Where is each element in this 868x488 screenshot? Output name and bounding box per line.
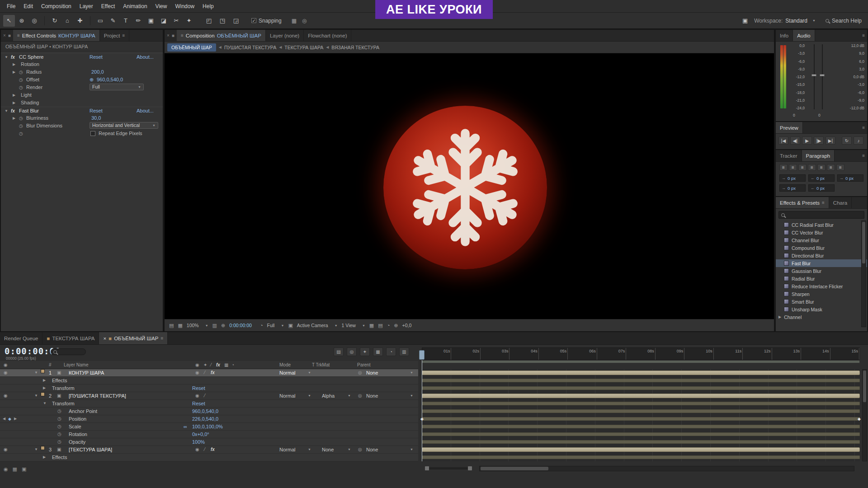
property-row-blurriness[interactable]: ▶ ◷ Blurriness 30,0 [1, 114, 163, 122]
draft-3d-icon[interactable]: ◎ [347, 347, 357, 356]
first-line-indent-field[interactable]: →0 px [837, 174, 863, 182]
always-preview-icon[interactable]: ▤ [169, 323, 174, 328]
layer-name[interactable]: [ПУШИСТАЯ ТЕКСТУРА] [69, 392, 126, 399]
layer-color-swatch[interactable] [41, 446, 45, 450]
tab-flowchart[interactable]: Flowchart (none) [304, 30, 351, 41]
parent-column-header[interactable]: Parent [357, 361, 370, 369]
play-button[interactable]: ▶ [802, 136, 812, 145]
property-row-render[interactable]: ◷ Render Full ▼ [1, 84, 163, 91]
graph-editor-icon[interactable]: ▥ [399, 347, 409, 356]
puppet-pin-tool[interactable]: ✦ [183, 15, 195, 27]
group-row-transform-2[interactable]: ▼ Transform Reset [0, 400, 868, 408]
stopwatch-icon[interactable]: ◷ [57, 408, 61, 415]
property-row-anchor-point[interactable]: ◷ Anchor Point 960,0,540,0 [0, 408, 868, 415]
menu-file[interactable]: File [3, 3, 19, 9]
mask-visibility-icon[interactable]: ▦ [292, 18, 297, 24]
about-link[interactable]: About... [137, 53, 154, 61]
viewport-timecode[interactable]: 0:00:00:00 [229, 323, 252, 328]
link-icon[interactable]: ∞ [184, 423, 187, 430]
tab-render-queue[interactable]: Render Queue [0, 332, 42, 344]
twirl-icon[interactable]: ▶ [13, 91, 15, 99]
panel-menu-icon[interactable]: ≡ [181, 33, 184, 38]
property-label[interactable]: Anchor Point [69, 408, 97, 415]
snapping-toggle[interactable]: ✓ Snapping [251, 18, 282, 24]
indent-left-field[interactable]: →0 px [779, 174, 806, 182]
expand-inout-icon[interactable]: ▣ [22, 466, 26, 472]
layer-duration-bar[interactable] [422, 371, 860, 375]
channel-icon[interactable]: ◔ [260, 323, 263, 328]
breadcrumb-item[interactable]: ВЯЗАНАЯ ТЕКСТУРА [331, 45, 379, 50]
property-row-rotation[interactable]: ◷ Rotation 0x+0,0° [0, 431, 868, 438]
roto-brush-tool[interactable]: ✂ [170, 15, 182, 27]
layer-name-column-header[interactable]: Layer Name [64, 361, 88, 369]
menu-window[interactable]: Window [171, 3, 198, 9]
twirl-icon[interactable]: ▶ [13, 68, 15, 76]
property-value[interactable]: 960,0,540,0 [97, 76, 123, 84]
trkmat-column-header[interactable]: T TrkMat [312, 361, 330, 369]
property-row-radius[interactable]: ▶ ◷ Radius 200,0 [1, 68, 163, 76]
pixel-aspect-icon[interactable]: ▦ [369, 323, 374, 328]
group-label[interactable]: Effects [52, 454, 67, 461]
parent-select[interactable]: None [366, 446, 378, 453]
right-fader-handle[interactable] [820, 74, 825, 76]
mask-toggle-icon[interactable]: ⊕ [221, 323, 225, 328]
stopwatch-icon[interactable]: ◷ [19, 130, 23, 137]
effect-item[interactable]: Directional Blur [776, 252, 867, 259]
effect-item[interactable]: Radial Blur [776, 275, 867, 282]
expand-modes-icon[interactable]: ▦ [13, 466, 17, 472]
stopwatch-icon[interactable]: ◷ [57, 423, 61, 430]
right-fader-track[interactable] [822, 44, 823, 109]
tab-character[interactable]: Chara [829, 197, 852, 208]
effects-search-input[interactable] [778, 211, 864, 219]
property-value[interactable]: 30,0 [91, 114, 101, 122]
justify-last-right-button[interactable]: ≡ [827, 164, 835, 171]
pen-tool[interactable]: ✎ [107, 15, 119, 27]
twirl-icon[interactable]: ▼ [5, 53, 8, 61]
menu-animation[interactable]: Animation [119, 3, 151, 9]
panel-menu-icon[interactable]: ≡ [822, 200, 825, 205]
work-area-bar[interactable] [422, 360, 860, 363]
align-left-button[interactable]: ≡ [779, 164, 788, 171]
frame-blending-icon[interactable]: ▦ [373, 347, 383, 356]
twirl-icon[interactable]: ▼ [5, 107, 8, 115]
zoom-in-handle[interactable] [468, 466, 472, 470]
timeline-vscrollbar[interactable] [862, 369, 867, 461]
twirl-icon[interactable]: ▶ [13, 99, 15, 107]
layer-color-swatch[interactable] [41, 369, 45, 373]
twirl-icon[interactable]: ▼ [34, 392, 38, 399]
twirl-icon[interactable]: ▼ [43, 400, 47, 407]
twirl-icon[interactable]: ▶ [13, 61, 15, 68]
menu-effect[interactable]: Effect [97, 3, 119, 9]
shape-tool[interactable]: ▭ [94, 15, 106, 27]
panel-menu-icon[interactable]: ≡ [862, 125, 865, 130]
stopwatch-icon[interactable]: ◷ [19, 122, 23, 130]
breadcrumb-item[interactable]: ПУШИСТАЯ ТЕКСТУРА [224, 45, 276, 50]
keyframe-toggle-icon[interactable]: ◆ [8, 415, 11, 422]
group-label[interactable]: Transform [52, 400, 75, 407]
snapping-checkbox[interactable]: ✓ [251, 18, 256, 23]
eye-icon[interactable]: ◉ [4, 446, 8, 453]
slash-icon[interactable]: ⁄ [204, 392, 205, 399]
tab-info[interactable]: Info [776, 30, 793, 41]
parent-select[interactable]: None [366, 392, 378, 399]
property-label[interactable]: Rotation [69, 431, 87, 438]
close-icon[interactable]: × [167, 33, 170, 38]
fx-icon[interactable]: fx [211, 446, 215, 453]
reset-link[interactable]: Reset [90, 53, 103, 61]
next-frame-button[interactable]: |▶ [814, 136, 824, 145]
view-axis-icon[interactable]: ◲ [230, 15, 242, 27]
hand-tool[interactable]: ⊛ [16, 15, 28, 27]
layer-row-2[interactable]: ◉ ▼ 2 ▣ [ПУШИСТАЯ ТЕКСТУРА] ◉ ⁄ Normal ▼… [0, 392, 868, 400]
tab-audio[interactable]: Audio [793, 30, 815, 41]
magnification-icon[interactable]: ▦ [178, 323, 182, 328]
flowchart-icon[interactable]: ⊕ [394, 323, 398, 328]
stopwatch-icon[interactable]: ◷ [19, 76, 23, 84]
view-layout-select[interactable]: 1 View [342, 323, 356, 328]
property-value[interactable]: 960,0,540,0 [192, 408, 218, 415]
effect-item[interactable]: Smart Blur [776, 298, 867, 305]
eye-icon[interactable]: ◉ [4, 392, 8, 399]
effect-item[interactable]: Unsharp Mask [776, 305, 867, 313]
mode-select[interactable]: Normal [279, 369, 295, 376]
zoom-tool[interactable]: ◎ [28, 15, 40, 27]
group-row-effects-3[interactable]: ▶ Effects [0, 454, 868, 461]
